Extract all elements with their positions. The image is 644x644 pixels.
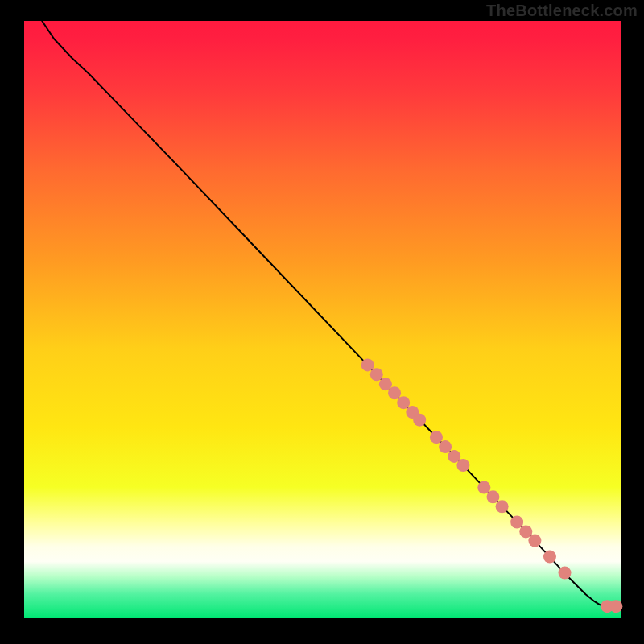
data-marker [361, 358, 374, 371]
data-marker [510, 516, 523, 529]
chart-container: TheBottleneck.com [0, 0, 644, 644]
bottleneck-chart [0, 0, 644, 644]
data-marker [388, 386, 401, 399]
data-marker [370, 368, 383, 381]
data-marker [477, 481, 490, 494]
data-marker [456, 459, 469, 472]
data-marker [543, 551, 556, 564]
data-marker [609, 600, 622, 613]
attribution-label: TheBottleneck.com [486, 2, 638, 20]
plot-background [24, 21, 621, 618]
data-marker [430, 431, 443, 444]
data-marker [397, 396, 410, 409]
data-marker [439, 440, 452, 453]
data-marker [528, 535, 541, 547]
data-marker [496, 500, 509, 513]
data-marker [413, 414, 426, 427]
data-marker [559, 567, 572, 580]
data-marker [486, 490, 499, 503]
